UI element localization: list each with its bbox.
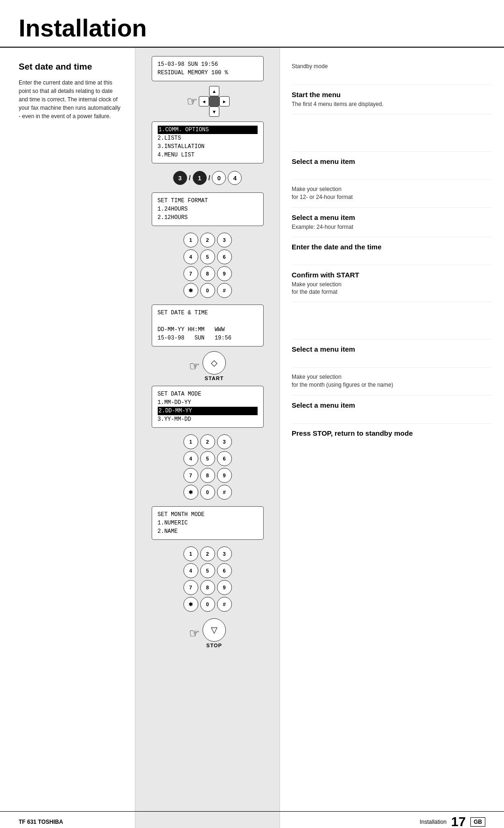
key3-4[interactable]: 4 [183, 563, 198, 578]
keypad-3[interactable]: 1 2 3 4 5 6 7 8 9 ✱ 0 # [183, 546, 232, 612]
menu-item-3: 3.INSTALLATION [158, 143, 205, 150]
key2-4[interactable]: 4 [183, 451, 198, 466]
enter-date-heading: Enter the date and the time [292, 243, 492, 251]
month-mode-2: 2.NAME [158, 528, 178, 535]
stop-label: STOP [206, 643, 222, 648]
start-button-row: ☞ ◇ START [144, 351, 271, 381]
page-title: Installation [0, 0, 504, 48]
key2-0[interactable]: 0 [200, 485, 215, 500]
right-entry-select-2: Select a menu item Example: 24-hour form… [292, 208, 492, 237]
screen-line-1: 15-03-98 SUN 19:56 [158, 61, 218, 68]
confirm-desc: Make your selectionfor the date format [292, 281, 492, 297]
date-format-hint: DD-MM-YY HH:MM WWW [158, 326, 225, 333]
arrow-right-btn[interactable]: ► [219, 96, 230, 106]
time-format-screen: SET TIME FORMAT 1.24HOURS 2.12HOURS [152, 192, 264, 226]
right-entry-select-3: Select a menu item [292, 340, 492, 368]
right-entry-spacer-2 [292, 302, 492, 340]
menu-item-2: 2.LISTS [158, 135, 181, 142]
key3-2[interactable]: 2 [200, 546, 215, 561]
standby-screen: 15-03-98 SUN 19:56 RESIDUAL MEMORY 100 % [152, 56, 264, 81]
key-2[interactable]: 2 [200, 233, 215, 248]
key3-star[interactable]: ✱ [183, 597, 198, 612]
time-format-desc: Make your selectionfor 12- or 24-hour fo… [292, 185, 492, 201]
right-entry-start-menu: Start the menu The first 4 menu items ar… [292, 85, 492, 114]
data-mode-screen: SET DATA MODE 1.MM-DD-YY 2.DD-MM-YY 3.YY… [152, 386, 264, 428]
key2-6[interactable]: 6 [217, 451, 232, 466]
key3-0[interactable]: 0 [200, 597, 215, 612]
key3-7[interactable]: 7 [183, 580, 198, 595]
key-0[interactable]: 0 [200, 283, 215, 298]
right-entry-press-stop: Press STOP, return to standby mode [292, 424, 492, 452]
num-1: 1 [193, 171, 207, 185]
stop-button[interactable]: ▽ [203, 618, 226, 642]
key-1[interactable]: 1 [183, 233, 198, 248]
section-description: Enter the current date and time at this … [19, 78, 123, 120]
set-month-mode-title: SET MONTH MODE [158, 511, 205, 518]
right-entry-month-mode: Make your selectionfor the month (using … [292, 368, 492, 396]
select-2-heading: Select a menu item [292, 213, 492, 221]
key3-1[interactable]: 1 [183, 546, 198, 561]
key2-8[interactable]: 8 [200, 468, 215, 483]
press-stop-heading: Press STOP, return to standby mode [292, 429, 492, 437]
key-6[interactable]: 6 [217, 249, 232, 264]
key-hash[interactable]: # [217, 283, 232, 298]
month-mode-1: 1.NUMERIC [158, 520, 188, 526]
data-mode-2: 2.DD-MM-YY [158, 407, 258, 415]
key3-5[interactable]: 5 [200, 563, 215, 578]
section-title: Set date and time [19, 62, 123, 72]
key3-8[interactable]: 8 [200, 580, 215, 595]
key2-7[interactable]: 7 [183, 468, 198, 483]
num-0: 0 [212, 171, 226, 185]
date-time-value: 15-03-98 SUN 19:56 [158, 335, 231, 341]
menu-item-1: 1.COMM. OPTIONS [158, 126, 258, 134]
date-time-screen: SET DATE & TIME DD-MM-YY HH:MM WWW 15-03… [152, 304, 264, 347]
select-1-heading: Select a menu item [292, 157, 492, 165]
start-button[interactable]: ◇ [203, 351, 226, 375]
confirm-heading: Confirm with START [292, 271, 492, 279]
keypad-1[interactable]: 1 2 3 4 5 6 7 8 9 ✱ 0 # [183, 233, 232, 298]
key-5[interactable]: 5 [200, 249, 215, 264]
key3-hash[interactable]: # [217, 597, 232, 612]
right-entry-confirm: Confirm with START Make your selectionfo… [292, 265, 492, 303]
key3-3[interactable]: 3 [217, 546, 232, 561]
key2-9[interactable]: 9 [217, 468, 232, 483]
footer: TF 631 TOSHIBA Installation 17 GB [0, 811, 504, 828]
select-3-heading: Select a menu item [292, 345, 492, 353]
stop-button-col: ▽ STOP [203, 618, 226, 648]
key-3[interactable]: 3 [217, 233, 232, 248]
start-menu-desc: The first 4 menu items are displayed. [292, 100, 492, 108]
key3-6[interactable]: 6 [217, 563, 232, 578]
key2-5[interactable]: 5 [200, 451, 215, 466]
footer-page-number: 17 [451, 814, 466, 828]
key2-star[interactable]: ✱ [183, 485, 198, 500]
set-data-mode-title: SET DATA MODE [158, 391, 202, 397]
footer-section-label: Installation [420, 819, 446, 825]
key-star[interactable]: ✱ [183, 283, 198, 298]
num-4: 4 [228, 171, 242, 185]
month-mode-desc: Make your selectionfor the month (using … [292, 373, 492, 389]
arrow-pad[interactable]: ▲ ◄ ► ▼ [200, 86, 228, 117]
key3-9[interactable]: 9 [217, 580, 232, 595]
hand-pointer-icon: ☞ [187, 94, 197, 109]
stop-button-row: ☞ ▽ STOP [144, 618, 271, 648]
right-entry-select-4: Select a menu item [292, 396, 492, 424]
key-8[interactable]: 8 [200, 266, 215, 281]
time-format-12: 2.12HOURS [158, 214, 188, 221]
arrow-left-btn[interactable]: ◄ [199, 96, 209, 106]
month-mode-screen: SET MONTH MODE 1.NUMERIC 2.NAME [152, 506, 264, 540]
menu-item-4: 4.MENU LIST [158, 152, 195, 158]
key2-3[interactable]: 3 [217, 434, 232, 449]
arrow-up-btn[interactable]: ▲ [209, 86, 219, 96]
slash-2: / [209, 174, 210, 182]
key2-2[interactable]: 2 [200, 434, 215, 449]
footer-badge: GB [470, 817, 485, 827]
hand-pointer-icon-3: ☞ [189, 626, 200, 641]
key-4[interactable]: 4 [183, 249, 198, 264]
key2-hash[interactable]: # [217, 485, 232, 500]
arrow-down-btn[interactable]: ▼ [209, 106, 219, 117]
key2-1[interactable]: 1 [183, 434, 198, 449]
key-9[interactable]: 9 [217, 266, 232, 281]
keypad-2[interactable]: 1 2 3 4 5 6 7 8 9 ✱ 0 # [183, 434, 232, 500]
arrow-center [209, 96, 219, 106]
key-7[interactable]: 7 [183, 266, 198, 281]
